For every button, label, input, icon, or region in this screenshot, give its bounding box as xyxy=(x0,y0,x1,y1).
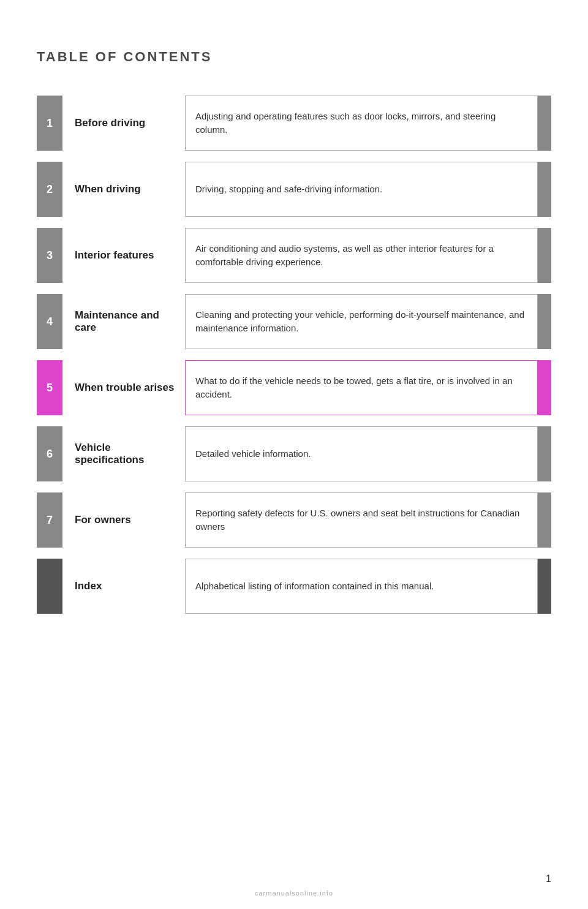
toc-item-2: 2When drivingDriving, stopping and safe-… xyxy=(37,162,551,217)
chapter-desc-index: Alphabetical listing of information cont… xyxy=(185,559,538,614)
chapter-number-3: 3 xyxy=(37,228,62,283)
chapter-label-3: Interior features xyxy=(62,228,185,283)
toc-item-index: IndexAlphabetical listing of information… xyxy=(37,559,551,614)
chapter-number-1: 1 xyxy=(37,96,62,151)
toc-item-1: 1Before drivingAdjusting and operating f… xyxy=(37,96,551,151)
chapter-sidebar-4 xyxy=(538,294,551,349)
chapter-label-6: Vehicle specifications xyxy=(62,426,185,481)
chapter-label-7: For owners xyxy=(62,492,185,548)
chapter-sidebar-7 xyxy=(538,492,551,548)
toc-item-4: 4Maintenance and careCleaning and protec… xyxy=(37,294,551,349)
chapter-sidebar-5 xyxy=(538,360,551,415)
chapter-desc-2: Driving, stopping and safe-driving infor… xyxy=(185,162,538,217)
chapter-desc-6: Detailed vehicle information. xyxy=(185,426,538,481)
chapter-desc-4: Cleaning and protecting your vehicle, pe… xyxy=(185,294,538,349)
chapter-number-4: 4 xyxy=(37,294,62,349)
chapter-sidebar-index xyxy=(538,559,551,614)
chapter-number-5: 5 xyxy=(37,360,62,415)
chapter-label-index: Index xyxy=(62,559,185,614)
chapter-number-6: 6 xyxy=(37,426,62,481)
page: TABLE OF CONTENTS 1Before drivingAdjusti… xyxy=(0,0,588,909)
chapter-number-7: 7 xyxy=(37,492,62,548)
chapter-sidebar-3 xyxy=(538,228,551,283)
watermark: carmanualsonline.info xyxy=(0,889,588,897)
chapter-desc-7: Reporting safety defects for U.S. owners… xyxy=(185,492,538,548)
toc-list: 1Before drivingAdjusting and operating f… xyxy=(37,96,551,614)
page-number: 1 xyxy=(546,873,551,884)
toc-item-5: 5When trouble arisesWhat to do if the ve… xyxy=(37,360,551,415)
chapter-sidebar-6 xyxy=(538,426,551,481)
chapter-desc-3: Air conditioning and audio systems, as w… xyxy=(185,228,538,283)
chapter-desc-5: What to do if the vehicle needs to be to… xyxy=(185,360,538,415)
toc-item-6: 6Vehicle specificationsDetailed vehicle … xyxy=(37,426,551,481)
page-title: TABLE OF CONTENTS xyxy=(37,49,551,65)
chapter-number-index xyxy=(37,559,62,614)
chapter-label-5: When trouble arises xyxy=(62,360,185,415)
chapter-sidebar-2 xyxy=(538,162,551,217)
chapter-number-2: 2 xyxy=(37,162,62,217)
toc-item-3: 3Interior featuresAir conditioning and a… xyxy=(37,228,551,283)
toc-item-7: 7For ownersReporting safety defects for … xyxy=(37,492,551,548)
chapter-label-1: Before driving xyxy=(62,96,185,151)
chapter-label-4: Maintenance and care xyxy=(62,294,185,349)
chapter-sidebar-1 xyxy=(538,96,551,151)
chapter-label-2: When driving xyxy=(62,162,185,217)
chapter-desc-1: Adjusting and operating features such as… xyxy=(185,96,538,151)
